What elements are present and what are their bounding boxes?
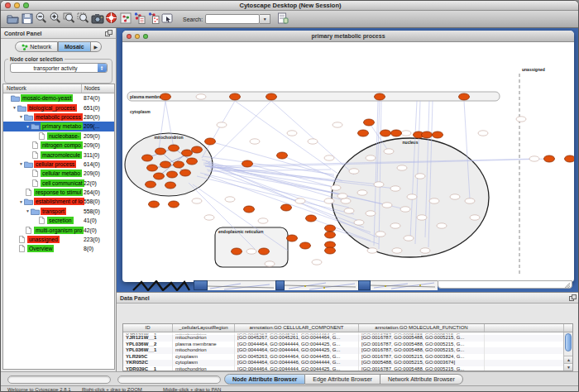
graph-node[interactable] (325, 225, 336, 232)
import-network-icon[interactable] (132, 11, 146, 25)
help-ring-icon[interactable] (104, 11, 118, 25)
disclosure-expanded-icon[interactable]: ▼ (18, 161, 24, 166)
scroll-down-icon[interactable]: ▼ (564, 363, 573, 370)
table-row[interactable]: YKR052Ccytoplasm[GO:0044464, GO:0044446,… (123, 360, 572, 366)
tree-row-transport[interactable]: ▼transport558(0) (3, 207, 114, 216)
tab-node-attribute-browser[interactable]: Node Attribute Browser (224, 374, 305, 385)
graph-label-node[interactable] (258, 218, 268, 223)
graph-node[interactable] (422, 131, 433, 138)
tree-col-nodes[interactable]: Nodes (82, 84, 114, 93)
graph-label-node[interactable] (337, 194, 347, 198)
graph-node[interactable] (287, 235, 298, 241)
graph-label-node[interactable] (374, 182, 384, 187)
graph-label-node[interactable] (384, 149, 394, 154)
graph-node[interactable] (147, 165, 158, 171)
table-row[interactable]: YPL036W__2plasma membrane[GO:0044464, GO… (123, 342, 572, 348)
graph-edge[interactable] (202, 101, 235, 158)
float-panel-icon[interactable] (105, 30, 112, 36)
graph-node[interactable] (391, 130, 402, 136)
graph-label-node[interactable] (390, 223, 400, 228)
graph-node[interactable] (259, 248, 270, 255)
graph-node[interactable] (165, 182, 176, 189)
resize-grip-icon[interactable] (564, 282, 571, 289)
tree-col-network[interactable]: Network (3, 84, 82, 93)
graph-label-node[interactable] (382, 203, 392, 208)
graph-label-node[interactable] (250, 139, 260, 144)
tree-row-nitrogen-compo[interactable]: nitrogen compo209(0) (3, 141, 114, 150)
graph-label-node[interactable] (450, 194, 460, 199)
graph-node[interactable] (306, 215, 317, 222)
graph-label-node[interactable] (265, 261, 275, 266)
graph-node[interactable] (459, 93, 470, 100)
graph-label-node[interactable] (429, 198, 439, 203)
snapshot-icon[interactable] (90, 12, 104, 26)
open-file-icon[interactable] (6, 12, 20, 26)
tree-row-nucleobase-[interactable]: nucleobase-209(0) (3, 131, 114, 141)
table-scrollbar[interactable]: ▲ ▼ (563, 332, 572, 370)
graph-node[interactable] (433, 131, 443, 138)
graph-node[interactable] (169, 201, 179, 208)
tab-network[interactable]: Network (15, 41, 58, 52)
graph-label-node[interactable] (392, 248, 402, 253)
graph-label-node[interactable] (417, 215, 427, 220)
table-row[interactable]: YJR121W__1mitochondrion[GO:0045267, GO:0… (123, 335, 572, 342)
graph-label-node[interactable] (225, 197, 235, 202)
graph-label-node[interactable] (376, 232, 385, 237)
graph-node[interactable] (149, 201, 160, 208)
graph-label-node[interactable] (470, 215, 480, 220)
zoom-in-icon[interactable] (48, 11, 62, 25)
tree-row-biological-process[interactable]: ▼biological_process651(0) (3, 103, 114, 112)
network-canvas[interactable]: plasma membranecytoplasmmitochondrionnuc… (122, 42, 574, 282)
link-view-icon[interactable] (160, 12, 175, 26)
tree-row-response-to-stimul[interactable]: response to stimul264(0) (3, 188, 114, 197)
graph-node[interactable] (192, 146, 203, 153)
graph-node[interactable] (375, 93, 385, 100)
graph-label-node[interactable] (341, 198, 351, 203)
tree-row-unassigned[interactable]: unassigned223(0) (3, 235, 114, 244)
overview-network-fragment[interactable] (132, 280, 191, 291)
disclosure-expanded-icon[interactable]: ▼ (18, 199, 24, 204)
graph-label-node[interactable] (287, 131, 297, 136)
graph-label-node[interactable] (217, 122, 227, 127)
region-plasma-membrane[interactable] (127, 92, 500, 101)
graph-node[interactable] (325, 232, 336, 238)
graph-node[interactable] (380, 130, 391, 136)
save-session-icon[interactable] (20, 12, 34, 26)
graph-node[interactable] (205, 138, 216, 145)
graph-node[interactable] (358, 130, 369, 136)
graph-label-node[interactable] (420, 248, 430, 253)
tab-network-attribute-browser[interactable]: Network Attribute Browser (380, 374, 463, 385)
column-header[interactable]: ID (123, 324, 173, 332)
network-view-titlebar[interactable]: primary metabolic process (122, 31, 574, 42)
graph-node[interactable] (169, 145, 179, 151)
scroll-up-icon[interactable]: ▲ (564, 356, 573, 363)
graph-label-node[interactable] (344, 208, 354, 213)
graph-label-node[interactable] (204, 215, 214, 220)
graph-node[interactable] (277, 152, 288, 159)
disclosure-expanded-icon[interactable]: ▼ (12, 105, 17, 110)
tree-row-multi-organism-pro[interactable]: multi-organism pro42(0) (3, 225, 114, 234)
background-window-preview[interactable] (285, 280, 358, 290)
column-header[interactable]: annotation.GO CELLULAR_COMPONENT (235, 324, 359, 332)
graph-label-node[interactable] (366, 155, 376, 160)
scrollbar-thumb[interactable] (565, 333, 572, 351)
tree-row-metabolic-process[interactable]: ▼metabolic process280(0) (3, 112, 114, 122)
tree-row-primary-metabo[interactable]: ▼primary metabo209(... (3, 122, 114, 131)
tree-row-mosaic-demo-yeast[interactable]: mosaic-demo-yeast874(0) (3, 93, 114, 103)
graph-label-node[interactable] (295, 198, 305, 203)
graph-label-node[interactable] (312, 260, 322, 265)
tab-overflow-button[interactable]: ▶ (91, 41, 102, 52)
graph-node[interactable] (167, 171, 178, 178)
graph-label-node[interactable] (437, 223, 447, 228)
graph-label-node[interactable] (415, 174, 425, 179)
graph-label-node[interactable] (324, 155, 334, 160)
graph-node[interactable] (182, 150, 193, 156)
tree-row-secretion[interactable]: secretion41(0) (3, 216, 114, 225)
tree-row-overview[interactable]: Overview8(0) (3, 244, 114, 253)
background-window-preview[interactable] (371, 280, 438, 290)
graph-node[interactable] (187, 158, 198, 165)
graph-node[interactable] (230, 93, 241, 100)
graph-label-node[interactable] (357, 190, 367, 195)
graph-label-node[interactable] (333, 122, 342, 127)
graph-label-node[interactable] (465, 198, 475, 203)
